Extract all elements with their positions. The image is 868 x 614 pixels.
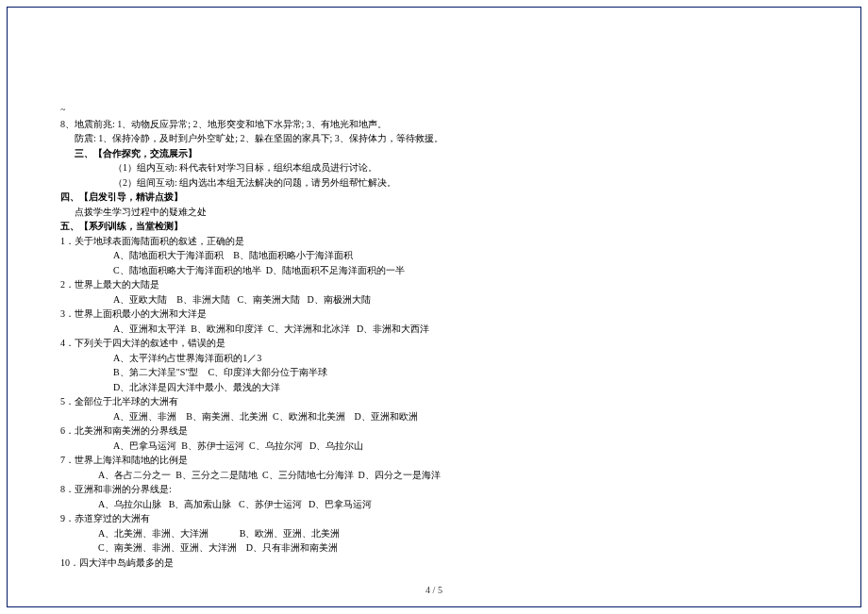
- question-10: 10．四大洋中岛屿最多的是: [60, 556, 717, 571]
- question-5-opts: A、亚洲、非洲 B、南美洲、北美洲 C、欧洲和北美洲 D、亚洲和欧洲: [60, 409, 717, 424]
- question-4-opts-a: A、太平洋约占世界海洋面积的1／3: [60, 351, 717, 366]
- question-7: 7．世界上海洋和陆地的比例是: [60, 453, 717, 468]
- question-6-opts: A、巴拿马运河 B、苏伊士运河 C、乌拉尔河 D、乌拉尔山: [60, 439, 717, 454]
- question-4-opts-c: D、北冰洋是四大洋中最小、最浅的大洋: [60, 380, 717, 395]
- question-2: 2．世界上最大的大陆是: [60, 277, 717, 292]
- section-4-item1: 点拨学生学习过程中的疑难之处: [60, 205, 717, 220]
- question-7-opts: A、各占二分之一 B、三分之二是陆地 C、三分陆地七分海洋 D、四分之一是海洋: [60, 468, 717, 483]
- question-1: 1．关于地球表面海陆面积的叙述，正确的是: [60, 234, 717, 249]
- question-9-opts-a: A、北美洲、非洲、大洋洲 B、欧洲、亚洲、北美洲: [60, 526, 717, 541]
- question-1-opts-a: A、陆地面积大于海洋面积 B、陆地面积略小于海洋面积: [60, 248, 717, 263]
- section-4-heading: 四、【启发引导，精讲点拨】: [60, 190, 717, 205]
- question-2-opts: A、亚欧大陆 B、非洲大陆 C、南美洲大陆 D、南极洲大陆: [60, 292, 717, 307]
- section-3-heading: 三、【合作探究，交流展示】: [60, 146, 717, 161]
- section-5-heading: 五、【系列训练，当堂检测】: [60, 219, 717, 234]
- question-3: 3．世界上面积最小的大洲和大洋是: [60, 307, 717, 322]
- question-3-opts: A、亚洲和太平洋 B、欧洲和印度洋 C、大洋洲和北冰洋 D、非洲和大西洋: [60, 322, 717, 337]
- section-3-item1: （1）组内互动: 科代表针对学习目标，组织本组成员进行讨论。: [60, 160, 717, 175]
- item-8-line2: 防震: 1、保持冷静，及时到户外空旷处; 2、躲在坚固的家具下; 3、保持体力，…: [60, 131, 717, 146]
- question-9-opts-b: C、南美洲、非洲、亚洲、大洋洲 D、只有非洲和南美洲: [60, 540, 717, 556]
- question-9: 9．赤道穿过的大洲有: [60, 511, 717, 526]
- item-8-line1: 8、地震前兆: 1、动物反应异常; 2、地形突变和地下水异常; 3、有地光和地声…: [60, 117, 717, 132]
- document-content: ~ 8、地震前兆: 1、动物反应异常; 2、地形突变和地下水异常; 3、有地光和…: [60, 102, 717, 570]
- tilde-mark: ~: [60, 102, 717, 117]
- question-8-opts: A、乌拉尔山脉 B、高加索山脉 C、苏伊士运河 D、巴拿马运河: [60, 497, 717, 512]
- section-3-item2: （2）组间互动: 组内选出本组无法解决的问题，请另外组帮忙解决。: [60, 175, 717, 191]
- question-8: 8．亚洲和非洲的分界线是:: [60, 482, 717, 497]
- question-5: 5．全部位于北半球的大洲有: [60, 394, 717, 409]
- question-6: 6．北美洲和南美洲的分界线是: [60, 423, 717, 439]
- page-footer: 4 / 5: [0, 585, 868, 595]
- question-4-opts-b: B、第二大洋呈"S"型 C、印度洋大部分位于南半球: [60, 365, 717, 380]
- question-1-opts-b: C、陆地面积略大于海洋面积的地半 D、陆地面积不足海洋面积的一半: [60, 263, 717, 278]
- question-4: 4．下列关于四大洋的叙述中，错误的是: [60, 336, 717, 351]
